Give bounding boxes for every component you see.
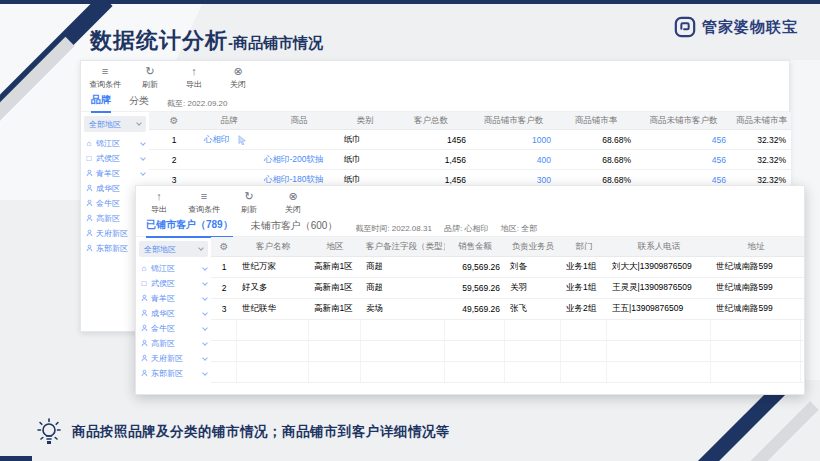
tab-category[interactable]: 分类 — [129, 94, 149, 112]
cell-covered-customers[interactable]: 400 — [471, 155, 556, 165]
sidebar-item-district[interactable]: ⌂ 锦江区 — [136, 261, 211, 276]
cell-covered-customers[interactable]: 300 — [471, 175, 556, 185]
footer-note: 商品按照品牌及分类的铺市情况；商品铺市到客户详细情况等 — [36, 417, 450, 447]
refresh-button[interactable]: ↻ 刷新 — [135, 66, 165, 90]
cell-total-customers: 1456 — [391, 135, 471, 145]
chevron-down-icon — [202, 370, 208, 376]
col-header[interactable]: 商品未铺市率 — [731, 115, 791, 127]
chevron-down-icon — [136, 120, 142, 126]
close-icon: ⊗ — [233, 66, 242, 77]
sidebar-item-district[interactable]: 青羊区 — [81, 166, 149, 181]
table-row-empty — [211, 362, 804, 383]
as-of-date: 截至: 2022.09.20 — [167, 98, 227, 109]
gear-icon[interactable]: ⚙ — [211, 241, 237, 252]
tab-uncovered-customers[interactable]: 未铺市客户（600） — [251, 219, 338, 237]
cell-sales-amount: 59,569.26 — [445, 283, 505, 293]
col-header[interactable]: 负责业务员 — [505, 241, 561, 253]
person-icon — [85, 214, 93, 224]
close-label: 关闭 — [285, 204, 301, 215]
col-header[interactable]: 品牌 — [199, 115, 259, 127]
sidebar-item-district[interactable]: 高新区 — [136, 336, 211, 351]
refresh-button[interactable]: ↻ 刷新 — [234, 191, 264, 215]
export-icon: ↑ — [156, 191, 162, 202]
table-row[interactable]: 2 心相印-200软抽 纸巾 1,456 400 68.68% 456 32.3… — [149, 150, 791, 170]
chevron-down-icon — [140, 140, 146, 146]
cell-sales-amount: 69,569.26 — [445, 262, 505, 272]
toolbar: ↑ 导出 ≡ 查询条件 ↻ 刷新 ⊗ 关闭 — [136, 186, 804, 217]
person-icon — [85, 169, 93, 179]
sidebar-item-district[interactable]: 东部新区 — [136, 366, 211, 381]
table-row[interactable]: 2 好又多 高新南1区 商超 59,569.26 关羽 业务1组 王灵灵|139… — [211, 278, 804, 299]
gear-icon[interactable]: ⚙ — [149, 115, 199, 126]
region-filter-dropdown[interactable]: 全部地区 — [139, 241, 208, 257]
col-header[interactable]: 客户总数 — [391, 115, 471, 127]
cell-total-customers: 1,456 — [391, 175, 471, 185]
col-header[interactable]: 客户名称 — [237, 241, 309, 253]
cell-uncovered-customers[interactable]: 456 — [636, 155, 731, 165]
query-conditions-button[interactable]: ≡ 查询条件 — [188, 191, 220, 215]
chevron-down-icon — [202, 325, 208, 331]
tab-row: 品牌 分类 截至: 2022.09.20 — [81, 92, 789, 112]
row-index: 3 — [211, 304, 237, 314]
table-row[interactable]: 3 世纪联华 高新南1区 卖场 49,569.26 张飞 业务2组 王五|139… — [211, 299, 804, 320]
col-header[interactable]: 部门 — [561, 241, 607, 253]
chevron-down-icon — [198, 245, 204, 251]
filter-summary: 截至时间: 2022.08.31 品牌: 心相印 地区: 全部 — [355, 223, 547, 234]
close-button[interactable]: ⊗ 关闭 — [223, 66, 253, 90]
col-header[interactable]: 商品铺市率 — [556, 115, 636, 127]
cell-salesman: 关羽 — [505, 282, 561, 294]
col-header[interactable]: 地址 — [711, 241, 801, 253]
cell-region: 高新南1区 — [309, 282, 361, 294]
cell-uncovered-customers[interactable]: 456 — [636, 175, 731, 185]
sidebar-item-district[interactable]: 天府新区 — [136, 351, 211, 366]
sidebar-item-district[interactable]: □ 武侯区 — [81, 151, 149, 166]
sidebar-item-district[interactable]: □ 武侯区 — [136, 276, 211, 291]
sidebar-item-district[interactable]: ⌂ 锦江区 — [81, 136, 149, 151]
col-header[interactable]: 商品 — [259, 115, 339, 127]
region-filter-label: 全部地区 — [89, 119, 121, 130]
chevron-down-icon — [202, 340, 208, 346]
sidebar-item-district[interactable]: 金牛区 — [136, 321, 211, 336]
cell-uncovered-customers[interactable]: 456 — [636, 135, 731, 145]
product-link[interactable]: 心相印-200软抽 — [259, 154, 339, 166]
col-header[interactable]: 地区 — [309, 241, 361, 253]
tab-covered-customers[interactable]: 已铺市客户（789） — [146, 218, 233, 238]
export-button[interactable]: ↑ 导出 — [144, 191, 174, 215]
tab-brand[interactable]: 品牌 — [91, 93, 111, 113]
row-index: 1 — [149, 135, 199, 145]
cell-uncoverage-rate: 32.32% — [731, 155, 791, 165]
product-link[interactable]: 心相印-180软抽 — [259, 174, 339, 186]
sidebar-item-district[interactable]: 成华区 — [136, 306, 211, 321]
cell-department: 业务1组 — [561, 261, 607, 273]
brand-link[interactable]: 心相印 — [199, 134, 259, 146]
logo-icon — [674, 16, 696, 38]
cell-contact-phone: 王五|13909876509 — [607, 303, 711, 315]
cell-covered-customers[interactable]: 1000 — [471, 135, 556, 145]
sidebar-item-district[interactable]: 青羊区 — [136, 291, 211, 306]
cell-contact-phone: 王灵灵|13909876509 — [607, 282, 711, 294]
person-icon — [140, 369, 148, 379]
page-title-sub: -商品铺市情况 — [228, 34, 323, 51]
col-header[interactable]: 客户备注字段（类型） — [361, 241, 445, 253]
query-conditions-button[interactable]: ≡ 查询条件 — [89, 66, 121, 90]
row-index: 3 — [149, 175, 199, 185]
query-conditions-label: 查询条件 — [89, 79, 121, 90]
col-header[interactable]: 联系人电话 — [607, 241, 711, 253]
col-header[interactable]: 类别 — [339, 115, 391, 127]
meta-region: 地区: 全部 — [501, 224, 537, 233]
col-header[interactable]: 商品未铺市客户数 — [636, 115, 731, 127]
cell-coverage-rate: 68.68% — [556, 155, 636, 165]
table-row[interactable]: 1 世纪万家 高新南1区 商超 69,569.26 刘备 业务1组 刘大大|13… — [211, 257, 804, 278]
region-filter-dropdown[interactable]: 全部地区 — [84, 116, 146, 132]
person-icon — [85, 229, 93, 239]
box-icon: □ — [85, 155, 93, 163]
col-header[interactable]: 商品铺市客户数 — [471, 115, 556, 127]
person-icon — [140, 294, 148, 304]
person-icon — [140, 339, 148, 349]
col-header[interactable]: 销售金额 — [445, 241, 505, 253]
cell-customer-name: 世纪万家 — [237, 261, 309, 273]
close-button[interactable]: ⊗ 关闭 — [278, 191, 308, 215]
table-row[interactable]: 1 心相印 纸巾 1456 1000 68.68% 456 32.32% — [149, 130, 791, 150]
export-button[interactable]: ↑ 导出 — [179, 66, 209, 90]
chevron-down-icon — [202, 310, 208, 316]
